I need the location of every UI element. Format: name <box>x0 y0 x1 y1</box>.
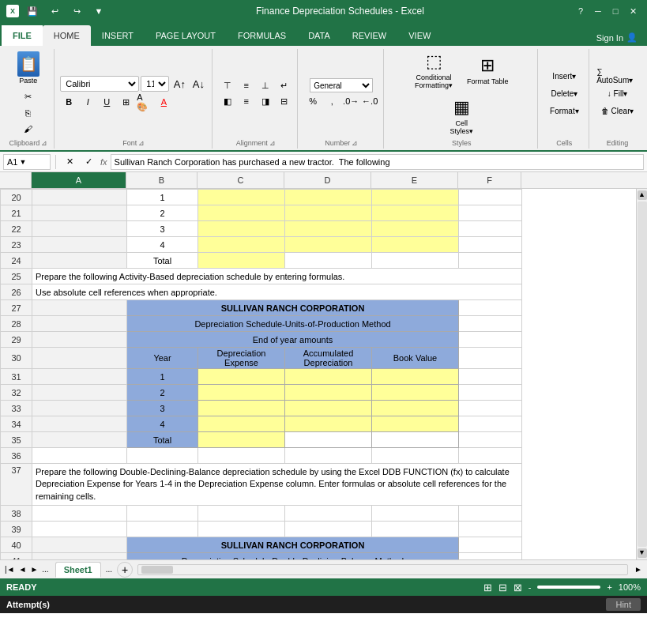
cell-b34[interactable]: 4 <box>127 416 198 432</box>
cell-d22[interactable] <box>285 221 372 237</box>
cell-f35[interactable] <box>459 432 522 448</box>
cell-b38[interactable] <box>127 506 198 522</box>
cell-d31[interactable] <box>285 369 372 385</box>
fill-color-btn[interactable]: A🎨 <box>136 95 153 109</box>
fill-btn[interactable]: ↓ Fill▾ <box>596 85 639 101</box>
header-corner[interactable] <box>0 172 32 188</box>
cell-c20[interactable] <box>198 190 285 205</box>
col-header-a[interactable]: A <box>32 172 126 188</box>
cell-a40[interactable] <box>32 537 127 553</box>
cell-b24[interactable]: Total <box>127 253 198 269</box>
cell-a33[interactable] <box>32 401 127 416</box>
cell-d39[interactable] <box>285 522 372 537</box>
cell-b31[interactable]: 1 <box>127 369 198 385</box>
autosum-btn[interactable]: ∑ AutoSum▾ <box>596 68 639 84</box>
italic-button[interactable]: I <box>79 95 96 109</box>
cell-e36[interactable] <box>372 448 459 464</box>
insert-cells-btn[interactable]: Insert▾ <box>544 68 584 84</box>
tab-data[interactable]: DATA <box>297 25 341 46</box>
prev-sheet-btn[interactable]: ◄ <box>17 565 28 574</box>
clipboard-expand-icon[interactable]: ⊿ <box>41 139 47 147</box>
number-expand-icon[interactable]: ⊿ <box>352 139 358 147</box>
cell-a30[interactable] <box>32 348 127 369</box>
cell-b32[interactable]: 2 <box>127 385 198 401</box>
conditional-formatting-btn[interactable]: ⬚ ConditionalFormatting▾ <box>409 49 458 92</box>
cell-c39[interactable] <box>198 522 285 537</box>
cell-f31[interactable] <box>459 369 522 385</box>
scroll-up-btn[interactable]: ▲ <box>638 190 647 200</box>
tab-review[interactable]: REVIEW <box>341 25 397 46</box>
cell-e38[interactable] <box>372 506 459 522</box>
cell-b20[interactable]: 1 <box>127 190 198 205</box>
sign-in[interactable]: Sign In 👤 <box>587 29 647 46</box>
new-sheet-button[interactable]: + <box>117 562 133 578</box>
delete-cells-btn[interactable]: Delete▾ <box>544 85 584 101</box>
customize-btn[interactable]: ▼ <box>90 4 107 18</box>
cell-e34[interactable] <box>372 416 459 432</box>
format-cells-btn[interactable]: Format▾ <box>544 103 584 119</box>
cell-a38[interactable] <box>32 506 127 522</box>
cell-f34[interactable] <box>459 416 522 432</box>
cell-e23[interactable] <box>372 237 459 253</box>
cell-a35[interactable] <box>32 432 127 448</box>
cell-c34[interactable] <box>198 416 285 432</box>
cell-c33[interactable] <box>198 401 285 416</box>
zoom-slider[interactable] <box>537 586 600 589</box>
cell-a29[interactable] <box>32 332 127 348</box>
cell-c35[interactable] <box>198 432 285 448</box>
cell-d34[interactable] <box>285 416 372 432</box>
cell-ref-dropdown-icon[interactable]: ▼ <box>19 158 26 166</box>
cell-b33[interactable]: 3 <box>127 401 198 416</box>
tab-file[interactable]: FILE <box>2 25 43 46</box>
border-btn[interactable]: ⊞ <box>117 95 134 109</box>
tab-page-layout[interactable]: PAGE LAYOUT <box>145 25 227 46</box>
cell-b28-merged[interactable]: Depreciation Schedule-Units-of-Productio… <box>127 316 459 332</box>
cell-a36[interactable] <box>32 448 127 464</box>
formula-input[interactable] <box>111 154 644 170</box>
cell-f41[interactable] <box>459 553 522 559</box>
cell-c24[interactable] <box>198 253 285 269</box>
cell-a31[interactable] <box>32 369 127 385</box>
cell-b27-merged[interactable]: SULLIVAN RANCH CORPORATION <box>127 300 459 316</box>
page-layout-btn[interactable]: ⊟ <box>498 582 507 593</box>
cell-d24[interactable] <box>285 253 372 269</box>
cell-f23[interactable] <box>459 237 522 253</box>
cell-d23[interactable] <box>285 237 372 253</box>
cell-b29-merged[interactable]: End of year amounts <box>127 332 459 348</box>
cell-f29[interactable] <box>459 332 522 348</box>
format-as-table-btn[interactable]: ⊞ Format Table <box>461 53 513 88</box>
cell-f38[interactable] <box>459 506 522 522</box>
font-name-select[interactable]: Calibri <box>60 76 139 92</box>
cell-d33[interactable] <box>285 401 372 416</box>
cell-b36[interactable] <box>127 448 198 464</box>
cell-d36[interactable] <box>285 448 372 464</box>
cell-a23[interactable] <box>32 237 127 253</box>
cell-c32[interactable] <box>198 385 285 401</box>
help-btn[interactable]: ? <box>573 5 589 17</box>
cell-f36[interactable] <box>459 448 522 464</box>
clear-btn[interactable]: 🗑 Clear▾ <box>596 103 639 119</box>
cell-c23[interactable] <box>198 237 285 253</box>
cell-b22[interactable]: 3 <box>127 221 198 237</box>
cell-a25[interactable]: Prepare the following Activity-Based dep… <box>32 269 522 284</box>
cell-e33[interactable] <box>372 401 459 416</box>
cell-b21[interactable]: 2 <box>127 205 198 221</box>
save-btn[interactable]: 💾 <box>24 4 41 18</box>
confirm-formula-btn[interactable]: ✓ <box>80 155 97 169</box>
col-header-f[interactable]: F <box>458 172 521 188</box>
cell-e24[interactable] <box>372 253 459 269</box>
cell-a26[interactable]: Use absolute cell references when approp… <box>32 284 522 300</box>
cell-a20[interactable] <box>32 190 127 205</box>
cell-f27[interactable] <box>459 300 522 316</box>
grid-area[interactable]: 20 1 21 2 <box>0 189 636 559</box>
increase-font-btn[interactable]: A↑ <box>171 77 188 91</box>
cell-d20[interactable] <box>285 190 372 205</box>
cell-e39[interactable] <box>372 522 459 537</box>
close-btn[interactable]: ✕ <box>625 5 641 17</box>
maximize-btn[interactable]: □ <box>608 5 623 17</box>
scroll-right-btn[interactable]: ► <box>633 565 644 574</box>
col-header-e[interactable]: E <box>371 172 458 188</box>
percent-btn[interactable]: % <box>304 94 322 108</box>
font-color-btn[interactable]: A <box>155 95 172 109</box>
h-scroll-thumb[interactable] <box>141 566 173 574</box>
